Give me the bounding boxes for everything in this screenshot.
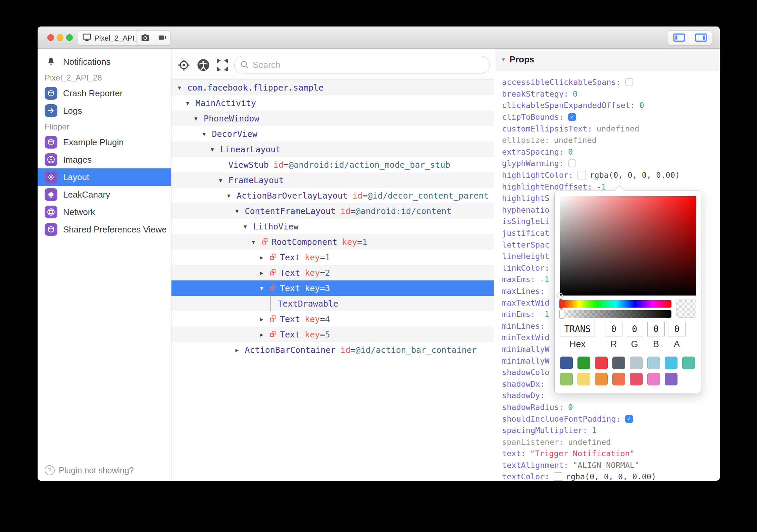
toggle-right-sidebar-button[interactable] [690,31,712,45]
checkbox-checked[interactable]: ✓ [625,415,633,423]
preset-color-swatch[interactable] [665,357,677,369]
tree-row[interactable]: ▾LinearLayout [171,142,494,157]
saturation-value-area[interactable] [560,196,696,296]
prop-label: accessibleClickableSpans: [502,77,621,87]
toggle-left-sidebar-button[interactable] [668,31,690,45]
tree-row[interactable]: ▾ContentFrameLayoutid=@android:id/conten… [171,203,494,219]
prop-label: textColor: [502,472,549,481]
preset-color-swatch[interactable] [595,357,608,369]
tree-row[interactable]: ▾DecorView [171,126,494,142]
close-window-button[interactable] [47,34,54,41]
preset-color-swatch[interactable] [595,373,608,385]
red-input[interactable]: 0 [605,322,622,336]
select-element-button[interactable] [215,58,230,72]
color-swatch-checkbox[interactable] [554,472,562,481]
swatch-row-1 [560,357,695,369]
prop-row: shouldIncludeFontPadding:✓ [502,413,720,425]
prop-label: maxTextWid [502,298,549,308]
screen-record-button[interactable] [154,31,170,45]
minimize-window-button[interactable] [57,34,63,41]
node-attr-value: 1 [362,237,367,247]
preset-color-swatch[interactable] [577,373,590,385]
node-name: com.facebook.flipper.sample [187,83,323,93]
blue-input[interactable]: 0 [647,322,665,336]
prop-label: lineHeight [502,252,549,261]
tree-row[interactable]: ▾ActionBarOverlayLayoutid=@id/decor_cont… [171,188,494,203]
prop-label: linkColor: [502,263,549,273]
hue-slider-handle[interactable] [559,299,563,309]
preset-color-swatch[interactable] [560,373,573,385]
node-name: LinearLayout [220,145,281,154]
target-mode-button[interactable] [176,58,191,72]
accessibility-mode-button[interactable] [196,58,211,72]
tree-row[interactable]: ▸Textkey=1 [171,250,494,265]
zoom-window-button[interactable] [66,34,73,41]
preset-color-swatch[interactable] [612,357,625,369]
hue-slider[interactable] [560,300,671,308]
preset-color-swatch[interactable] [647,357,660,369]
tree-row[interactable]: ▾FrameLayout [171,172,494,188]
preset-color-swatch[interactable] [665,373,677,385]
sidebar-item-label: Network [63,207,95,217]
prop-row: textAlignment:"ALIGN_NORMAL" [502,460,720,471]
tree-row[interactable]: ▾MainActivity [171,95,494,111]
tree-row[interactable]: ▾com.facebook.flipper.sample [171,80,494,95]
sidebar-item-notifications[interactable]: Notifications [38,53,171,70]
prop-row: textColor:rgba(0, 0, 0, 0.00) [502,471,720,481]
plugin-not-showing-link[interactable]: ? Plugin not showing? [45,465,134,475]
saturation-cursor[interactable] [557,293,563,298]
preset-color-swatch[interactable] [630,373,643,385]
sidebar-item-logs[interactable]: Logs [38,102,171,119]
alpha-slider[interactable] [560,310,671,318]
tree-row[interactable]: ▾PhoneWindow [171,111,494,126]
preset-color-swatch[interactable] [682,357,695,369]
preset-color-swatch[interactable] [577,357,590,369]
prop-label: minimallyW [502,344,549,354]
tree-row[interactable]: ▸Textkey=4 [171,311,494,327]
color-swatch-checkbox[interactable] [577,171,586,179]
chevron-right-icon: ▸ [260,254,269,261]
cube-icon [45,87,57,100]
tree-row[interactable]: ViewStubid=@android:id/action_mode_bar_s… [171,157,494,172]
tree-row[interactable]: ▸ActionBarContainerid=@id/action_bar_con… [171,342,494,358]
checkbox-checked[interactable]: ✓ [568,113,576,121]
preset-color-swatch[interactable] [560,357,573,369]
accessibility-icon [196,58,210,72]
sidebar-item-shared-preferences-viewe[interactable]: Shared Preferences Viewe [38,221,171,238]
hex-input[interactable]: TRANS [560,322,595,336]
checkbox-unchecked[interactable] [625,78,633,86]
video-camera-icon [157,33,167,44]
props-section-header[interactable]: ▾ Props [495,49,720,70]
node-name: PhoneWindow [204,114,259,123]
tree-row[interactable]: ▸Textkey=5 [171,327,494,342]
sidebar-item-label: LeakCanary [63,190,110,200]
tree-row[interactable]: ▾RootComponentkey=1 [171,234,494,250]
node-name: ActionBarOverlayLayout [237,191,348,201]
sidebar-item-network[interactable]: Network [38,203,171,221]
sidebar-item-crash-reporter[interactable]: Crash Reporter [38,85,171,102]
chevron-right-icon: ▸ [236,346,245,354]
alpha-input[interactable]: 0 [668,322,686,336]
sidebar-item-images[interactable]: Images [38,151,171,168]
green-input[interactable]: 0 [626,322,643,336]
sidebar-item-layout[interactable]: Layout [38,168,171,186]
alpha-slider-handle[interactable] [559,309,564,319]
tree-row[interactable]: ▾Textkey=3 [171,280,494,296]
chevron-down-icon: ▾ [252,238,261,246]
preset-color-swatch[interactable] [647,373,660,385]
screenshot-button[interactable] [137,31,154,45]
tree-row[interactable]: ▸Textkey=2 [171,265,494,280]
search-input[interactable]: Search [234,56,490,73]
tree-row[interactable]: ▾LithoView [171,219,494,234]
chevron-down-icon: ▾ [236,207,245,215]
litho-component-icon [269,269,277,276]
titlebar: Pixel_2_API_28 [38,26,720,49]
sidebar-item-label: Images [63,155,92,165]
preset-color-swatch[interactable] [612,373,625,385]
sidebar-item-leakcanary[interactable]: LeakCanary [38,186,171,203]
checkbox-unchecked[interactable] [568,159,576,167]
select-area-icon [216,58,229,72]
tree-row[interactable]: TextDrawable [171,296,494,311]
sidebar-item-example-plugin[interactable]: Example Plugin [38,134,171,151]
preset-color-swatch[interactable] [630,357,643,369]
